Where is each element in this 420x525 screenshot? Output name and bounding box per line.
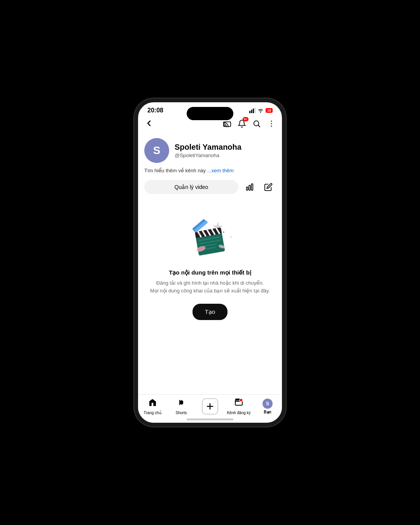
home-bar [187,418,233,420]
svg-rect-3 [254,108,256,113]
notification-button[interactable]: 9+ [238,119,246,130]
profile-section: S Spoleti Yamanoha @SpoletiYamanoha [138,133,282,166]
empty-state-title: Tạo nội dung trên mọi thiết bị [169,269,251,276]
nav-item-shorts[interactable]: Shorts [167,398,196,415]
profile-info: Spoleti Yamanoha @SpoletiYamanoha [175,143,242,158]
profile-description: Tìm hiểu thêm về kênh này ...xem thêm [138,166,282,178]
see-more-link[interactable]: ...xem thêm [207,168,234,173]
nav-item-create[interactable] [196,398,224,415]
manage-video-button[interactable]: Quản lý video [144,180,238,194]
svg-rect-11 [249,185,250,190]
nav-item-home[interactable]: Trang chủ [138,398,167,415]
top-nav-actions: 9+ [223,119,276,130]
nav-label-shorts: Shorts [176,411,187,415]
analytics-button[interactable] [242,180,257,194]
signal-icon [249,108,256,113]
nav-label-home: Trang chủ [144,411,161,415]
search-button[interactable] [252,119,261,130]
back-button[interactable] [144,119,154,130]
nav-label-subscriptions: Kênh đăng ký [227,411,250,415]
svg-point-4 [260,112,261,112]
svg-point-7 [271,121,272,122]
create-nav-button[interactable] [202,398,218,415]
profile-name: Spoleti Yamanoha [175,143,242,152]
home-icon [148,398,157,410]
more-button[interactable] [267,119,276,130]
svg-point-28 [199,233,201,235]
avatar: S [144,138,169,163]
shorts-icon [177,398,186,410]
phone-frame: 20:08 18 [134,98,286,427]
user-avatar-nav: S [262,399,273,409]
dynamic-island [187,107,233,120]
svg-rect-10 [247,187,248,190]
nav-item-subscriptions[interactable]: Kênh đăng ký [224,398,253,415]
nav-item-user[interactable]: S Bạn [253,399,282,414]
svg-rect-2 [253,108,254,113]
cast-button[interactable] [223,119,231,130]
create-button[interactable]: Tạo [192,304,228,320]
battery-badge: 18 [266,108,273,113]
empty-illustration [185,215,235,261]
svg-point-8 [271,123,272,124]
edit-button[interactable] [261,180,276,194]
status-icons: 18 [249,108,273,113]
nav-label-user: Bạn [264,410,271,414]
empty-state-subtitle: Đăng tải và ghi hình tại nhà hoặc khi di… [150,279,270,294]
svg-rect-12 [252,184,253,191]
status-time: 20:08 [147,107,163,114]
subscriptions-icon [234,398,243,410]
action-bar: Quản lý video [138,178,282,199]
svg-point-29 [223,231,224,233]
svg-point-9 [271,126,272,127]
svg-point-6 [254,121,259,126]
profile-handle: @SpoletiYamanoha [175,152,242,158]
svg-rect-1 [251,110,252,113]
empty-state: Tạo nội dung trên mọi thiết bị Đăng tải … [138,199,282,332]
svg-rect-0 [249,111,250,113]
wifi-icon [257,108,264,113]
svg-point-32 [240,399,243,402]
notification-badge: 9+ [243,117,248,121]
description-text: Tìm hiểu thêm về kênh này [144,168,207,173]
